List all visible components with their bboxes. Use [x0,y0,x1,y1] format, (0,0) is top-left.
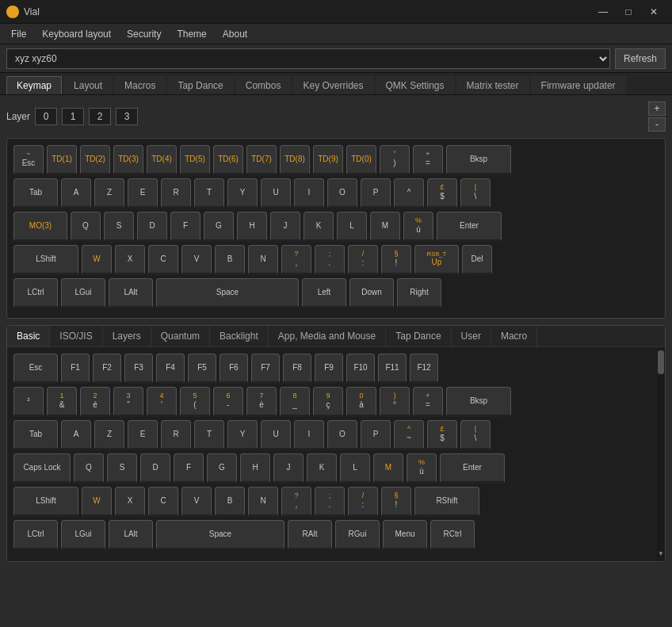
key-m[interactable]: M [370,212,400,242]
lower-key-n[interactable]: N [248,487,278,517]
layer-btn-1[interactable]: 1 [62,108,84,125]
key-n[interactable]: N [248,245,278,275]
lower-tab-iso[interactable]: ISO/JIS [50,326,102,346]
lower-key-o[interactable]: O [327,420,357,450]
key-plus-eq[interactable]: += [413,145,443,175]
lower-key-g[interactable]: G [207,453,237,484]
lower-key-q[interactable]: Q [74,453,104,484]
lower-key-f2[interactable]: F2 [93,354,121,384]
scrollbar[interactable]: ▼ [657,347,665,561]
lower-key-s[interactable]: S [107,453,137,484]
key-tab[interactable]: Tab [13,178,58,208]
lower-key-f9[interactable]: F9 [315,354,343,384]
lower-key-f1[interactable]: F1 [61,354,90,384]
menu-security[interactable]: Security [119,27,169,41]
scroll-down-arrow[interactable]: ▼ [657,549,665,558]
lower-key-6-dash[interactable]: 6- [213,387,243,417]
lower-key-f5[interactable]: F5 [188,354,216,384]
layer-remove-button[interactable]: - [648,117,666,132]
tab-matrix-tester[interactable]: Matrix tester [456,76,529,94]
key-td9[interactable]: TD(9) [313,145,343,175]
lower-key-tab[interactable]: Tab [13,420,58,450]
key-esc[interactable]: ~Esc [13,145,44,175]
key-k[interactable]: K [304,212,334,242]
key-td6[interactable]: TD(6) [213,145,243,175]
key-s[interactable]: S [104,212,134,242]
lower-key-v[interactable]: V [181,487,212,517]
key-right[interactable]: Right [397,278,441,308]
key-rsft-up[interactable]: RSft_TUp [414,245,459,275]
key-p[interactable]: P [361,178,391,208]
key-b[interactable]: B [215,245,245,275]
key-degree[interactable]: °) [380,145,410,175]
key-u[interactable]: U [261,178,291,208]
lower-key-lgui[interactable]: LGui [61,520,105,550]
lower-key-m[interactable]: M [373,453,403,484]
lower-key-paren-deg[interactable]: )° [380,387,410,417]
lower-key-rctrl[interactable]: RCtrl [430,520,475,550]
key-z[interactable]: Z [94,178,124,208]
lower-key-3-quote[interactable]: 3" [113,387,143,417]
lower-key-menu[interactable]: Menu [383,520,427,550]
lower-key-caret[interactable]: ^~ [394,420,424,450]
lower-key-c[interactable]: C [148,487,178,517]
lower-key-pct-u[interactable]: %ù [407,453,437,484]
key-td3[interactable]: TD(3) [113,145,143,175]
layer-btn-3[interactable]: 3 [116,108,138,125]
key-left[interactable]: Left [302,278,346,308]
key-pound-dollar[interactable]: £$ [427,178,457,208]
tab-qmk-settings[interactable]: QMK Settings [376,76,455,94]
lower-key-plus-eq[interactable]: += [413,387,443,417]
key-percent-u[interactable]: %ù [403,212,433,242]
lower-key-f3[interactable]: F3 [124,354,153,384]
key-td5[interactable]: TD(5) [180,145,210,175]
key-e[interactable]: E [128,178,158,208]
key-w[interactable]: W [82,245,112,275]
lower-key-p[interactable]: P [361,420,391,450]
key-q[interactable]: Q [71,212,101,242]
lower-key-u[interactable]: U [261,420,291,450]
lower-key-8-underscore[interactable]: 8_ [280,387,310,417]
lower-key-4-apos[interactable]: 4' [147,387,177,417]
lower-key-pound[interactable]: £$ [427,420,457,450]
lower-key-a[interactable]: A [61,420,91,450]
lower-key-b[interactable]: B [215,487,245,517]
lower-key-l[interactable]: L [340,453,370,484]
lower-key-lalt[interactable]: LAlt [109,520,153,550]
key-t[interactable]: T [194,178,224,208]
lower-key-ralt[interactable]: RAlt [288,520,332,550]
lower-key-f8[interactable]: F8 [283,354,311,384]
key-down[interactable]: Down [349,278,394,308]
key-lshift[interactable]: LShift [13,245,78,275]
lower-tab-backlight[interactable]: Backlight [210,326,269,346]
key-lgui[interactable]: LGui [61,278,105,308]
key-f[interactable]: F [170,212,200,242]
key-i[interactable]: I [294,178,324,208]
layer-add-button[interactable]: + [648,101,666,116]
lower-key-enter[interactable]: Enter [440,453,505,484]
key-slash-colon[interactable]: /: [348,245,378,275]
key-td2[interactable]: TD(2) [80,145,110,175]
lower-key-y[interactable]: Y [227,420,258,450]
lower-key-slash-colon[interactable]: /: [348,487,378,517]
key-v[interactable]: V [181,245,212,275]
lower-key-capslock[interactable]: Caps Lock [13,453,71,484]
lower-tab-basic[interactable]: Basic [7,326,50,346]
lower-key-f10[interactable]: F10 [346,354,375,384]
lower-tab-user[interactable]: User [452,326,491,346]
lower-key-rgui[interactable]: RGui [335,520,380,550]
key-r[interactable]: R [161,178,191,208]
lower-key-h[interactable]: H [240,453,270,484]
key-lctrl[interactable]: LCtrl [13,278,58,308]
key-pipe-backslash[interactable]: |\ [460,178,491,208]
key-td1[interactable]: TD(1) [47,145,77,175]
lower-key-i[interactable]: I [294,420,324,450]
lower-key-section[interactable]: §! [381,487,411,517]
menu-theme[interactable]: Theme [169,27,214,41]
key-td0[interactable]: TD(0) [346,145,376,175]
tab-tap-dance[interactable]: Tap Dance [167,76,233,94]
tab-key-overrides[interactable]: Key Overrides [292,76,373,94]
key-question-comma[interactable]: ?, [281,245,311,275]
lower-key-f12[interactable]: F12 [410,354,438,384]
lower-key-f11[interactable]: F11 [378,354,407,384]
